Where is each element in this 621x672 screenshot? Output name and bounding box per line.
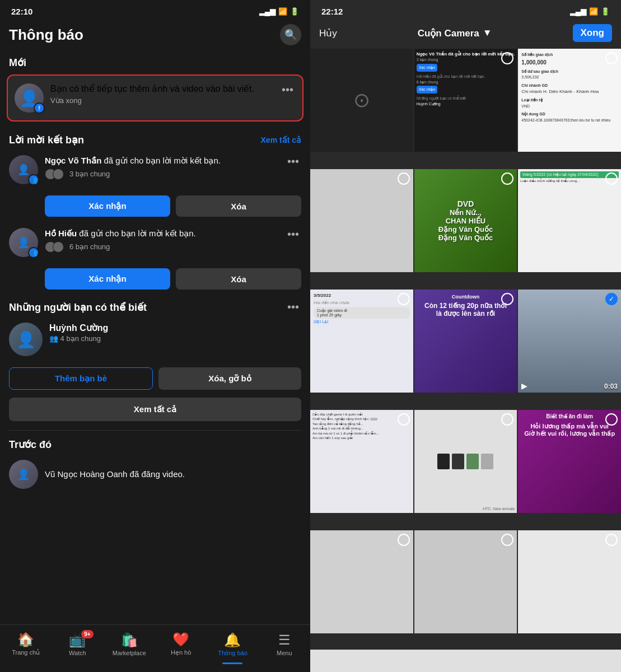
photo-cell-7[interactable]: 3/5/2022 Hai đến nhà chưa Cuộc gọi video… [310, 290, 413, 393]
fr2-more-btn[interactable]: ••• [285, 228, 301, 241]
page-header-left: Thông báo 🔍 [0, 20, 310, 52]
pyk-person-icon: 👤 [9, 323, 43, 356]
photo-content-11 [414, 410, 517, 513]
tab-notifications[interactable]: 🔔 Thông báo [207, 632, 258, 656]
done-button[interactable]: Xong [573, 24, 613, 42]
status-bar-right: 22:12 ▂▄▆ 📶 🔋 [310, 0, 621, 20]
photo-cell-10[interactable]: Cần đây chơi game l ôi quên mất Chơi hay… [310, 410, 413, 513]
photo-cell-8[interactable]: Countdown Còn 12 tiếng 20p nữa thôi là đ… [414, 290, 517, 393]
highlight-message: Bạn có thể tiếp tục thêm ảnh và video và… [50, 83, 273, 94]
camera-capture-cell[interactable]: ⊙ [310, 49, 413, 152]
notifications-panel: 22:10 ▂▄▆ 📶 🔋 Thông báo 🔍 Mới 👤 f Bạn có… [0, 0, 310, 672]
video-duration: 0:03 [604, 382, 618, 390]
photo-cell-9-selected[interactable]: ▶ 0:03 ✓ [518, 290, 621, 393]
tab-menu[interactable]: ☰ Menu [259, 632, 310, 656]
photo-select-4[interactable] [398, 172, 410, 185]
friend-request-2: 👤 👥 Hồ Hiếu đã gửi cho bạn lời mời kết b… [0, 222, 310, 263]
tab-marketplace[interactable]: 🛍️ Marketplace [104, 632, 155, 656]
photo-cell-2[interactable]: Ngọc Võ Thần đã gửi cho bạn lời mời kết … [414, 49, 517, 152]
people-know-title: Những người bạn có thể biết [9, 301, 147, 314]
fr2-name: Hồ Hiếu đã gửi cho bạn lời mời kết bạn. [45, 228, 278, 239]
photo-cell-5[interactable]: DVD Nền Nứ... CHAN HIẾU Đặng Văn Quốc Đặ… [414, 169, 517, 272]
fr2-confirm-btn[interactable]: Xác nhận [45, 268, 170, 290]
time-right: 22:12 [321, 7, 343, 16]
people-know-item-1: 👤 Huỳnh Cường 👥 4 bạn chung [0, 317, 310, 362]
video-play-icon: ▶ [521, 381, 527, 390]
tab-home[interactable]: 🏠 Trang chủ [0, 632, 52, 656]
fr1-more-btn[interactable]: ••• [285, 155, 301, 168]
fr1-mutual-avatars [45, 169, 60, 180]
highlight-notification-card[interactable]: 👤 f Bạn có thể tiếp tục thêm ảnh và vide… [7, 74, 304, 122]
camera-roll-header: Hủy Cuộn Camera ▼ Xong [310, 20, 621, 49]
camera-icon: ⊙ [353, 88, 370, 112]
photo-content-12: Biết thế ăn đi làm Hỏi lương thấp mà vẫn… [518, 410, 621, 441]
photo-select-14[interactable] [501, 534, 513, 546]
photo-select-15[interactable] [605, 534, 618, 546]
fr2-delete-btn[interactable]: Xóa [176, 268, 301, 290]
highlight-notif-text: Bạn có thể tiếp tục thêm ảnh và video và… [50, 83, 273, 105]
home-icon: 🏠 [17, 632, 34, 647]
photo-cell-13[interactable] [310, 530, 413, 633]
notifications-scroll[interactable]: Mới 👤 f Bạn có thể tiếp tục thêm ảnh và … [0, 52, 310, 672]
photo-select-13[interactable] [398, 534, 410, 546]
pyk-name: Huỳnh Cường [49, 323, 301, 333]
video-thumbnail [518, 290, 621, 393]
fr1-delete-btn[interactable]: Xóa [176, 195, 301, 217]
section-new: Mới [0, 52, 310, 72]
highlight-time: Vừa xong [50, 96, 273, 105]
watch-badge: 9+ [81, 630, 93, 638]
tab-dating[interactable]: ❤️ Hẹn hò [155, 632, 207, 656]
photo-cell-15[interactable] [518, 530, 621, 633]
search-button[interactable]: 🔍 [280, 24, 301, 45]
status-icons-left: ▂▄▆ 📶 🔋 [259, 7, 299, 16]
signal-icon: ▂▄▆ [259, 7, 276, 16]
fr1-mutual: 3 bạn chung [45, 169, 278, 180]
tab-home-label: Trang chủ [12, 649, 40, 656]
photo-select-7[interactable] [398, 293, 410, 305]
prev-notif-1[interactable]: 👤 Vũ Ngọc Hoàng Oanh đã đăng video. [0, 454, 310, 494]
active-tab-indicator [222, 662, 242, 664]
loading-bar [310, 650, 621, 672]
highlight-avatar-wrap: 👤 f [15, 83, 44, 113]
fr2-actions: Xác nhận Xóa [0, 268, 310, 295]
mutual-avatar-2 [53, 169, 64, 180]
photo-select-3[interactable] [605, 52, 618, 64]
photo-select-9[interactable]: ✓ [605, 293, 618, 305]
photo-cell-12[interactable]: Biết thế ăn đi làm Hỏi lương thấp mà vẫn… [518, 410, 621, 513]
add-friend-btn[interactable]: Thêm bạn bè [9, 367, 153, 390]
see-all-people-btn[interactable]: Xem tất cả [9, 398, 301, 421]
fr1-badge: 👥 [28, 174, 39, 185]
camera-roll-title[interactable]: Cuộn Camera ▼ [418, 27, 492, 39]
cancel-button[interactable]: Hủy [319, 27, 337, 39]
fr2-mutual-avatars [45, 241, 60, 253]
camera-roll-panel: 22:12 ▂▄▆ 📶 🔋 Hủy Cuộn Camera ▼ Xong ⊙ N… [310, 0, 621, 672]
dating-icon: ❤️ [172, 632, 189, 647]
page-title: Thông báo [9, 26, 83, 44]
prev-notif-avatar: 👤 [9, 460, 38, 489]
photo-content-5: DVD Nền Nứ... CHAN HIẾU Đặng Văn Quốc Đặ… [438, 199, 493, 242]
fr1-name: Ngọc Võ Thần đã gửi cho bạn lời mời kết … [45, 155, 278, 166]
tab-bar: 🏠 Trang chủ 📺 9+ Watch 🛍️ Marketplace ❤️… [0, 624, 310, 672]
remove-friend-btn[interactable]: Xóa, gỡ bỏ [158, 367, 301, 390]
camera-roll-title-text: Cuộn Camera [418, 27, 479, 39]
photo-select-12[interactable] [605, 413, 618, 426]
fr2-mutual: 6 bạn chung [45, 241, 278, 253]
tab-menu-label: Menu [277, 650, 292, 656]
photo-cell-6[interactable]: tháng 5/2022 (có hiệu lực ngày 27/04/202… [518, 169, 621, 272]
time-left: 22:10 [11, 7, 32, 16]
photo-content-8: Countdown Còn 12 tiếng 20p nữa thôi là đ… [414, 290, 517, 322]
fr1-confirm-btn[interactable]: Xác nhận [45, 195, 170, 217]
photo-select-5[interactable] [501, 172, 513, 185]
photo-cell-4[interactable] [310, 169, 413, 272]
photo-cell-14[interactable] [414, 530, 517, 633]
photo-grid: ⊙ Ngọc Võ Thần đã gửi cho bạn lời mời kế… [310, 49, 621, 650]
battery-icon: 🔋 [290, 7, 299, 16]
tab-watch[interactable]: 📺 9+ Watch [52, 632, 103, 656]
photo-cell-11[interactable]: HTC- New arrivals [414, 410, 517, 513]
see-all-friend-requests[interactable]: Xem tất cả [261, 136, 301, 144]
photo-select-10[interactable] [398, 413, 410, 426]
photo-cell-3[interactable]: Số tiền giao dịch 1,000,000 Số dư sau gi… [518, 49, 621, 152]
photo-select-6[interactable] [605, 172, 618, 185]
more-options-button[interactable]: ••• [279, 83, 296, 96]
people-know-more[interactable]: ••• [285, 301, 301, 314]
